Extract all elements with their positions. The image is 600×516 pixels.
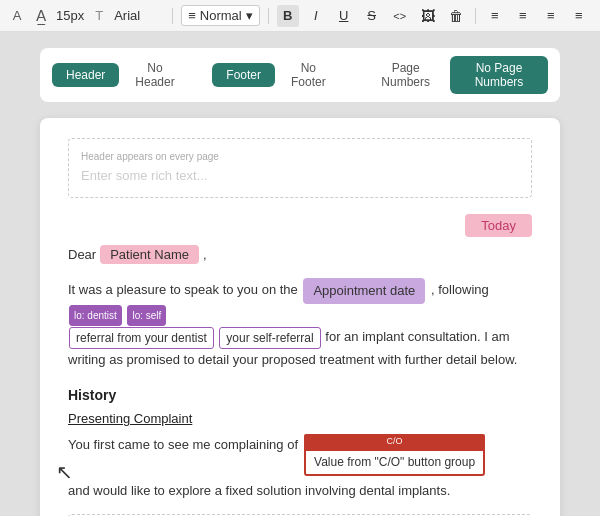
lo-dentist-tag[interactable]: lo: dentist bbox=[69, 305, 122, 326]
co-value-tag[interactable]: Value from "C/O" button group bbox=[304, 449, 485, 475]
italic-button[interactable]: I bbox=[305, 5, 327, 27]
co-tag-container: C/O Value from "C/O" button group bbox=[304, 434, 485, 476]
main-content: Header No Header Footer No Footer Page N… bbox=[0, 32, 600, 516]
appointment-date-tag[interactable]: Appointment date bbox=[303, 278, 425, 304]
page-numbers-tab-group: Page Numbers No Page Numbers bbox=[363, 56, 548, 94]
header-section[interactable]: Header appears on every page Enter some … bbox=[68, 138, 532, 198]
underline-button[interactable]: U bbox=[333, 5, 355, 27]
image-button[interactable]: 🖼 bbox=[417, 5, 439, 27]
font-style-icon[interactable]: A bbox=[8, 7, 26, 25]
align-right-button[interactable]: ≡ bbox=[540, 5, 562, 27]
history-title: History bbox=[68, 387, 532, 403]
header-tab-group: Header No Header bbox=[52, 56, 189, 94]
font-name[interactable]: Arial bbox=[114, 8, 164, 23]
footer-tab[interactable]: Footer bbox=[212, 63, 275, 87]
align-justify-button[interactable]: ≡ bbox=[568, 5, 590, 27]
no-header-tab[interactable]: No Header bbox=[121, 56, 188, 94]
lo-self-tag[interactable]: lo: self bbox=[127, 305, 166, 326]
referral-tag[interactable]: referral from your dentist bbox=[69, 327, 214, 349]
align-center-button[interactable]: ≡ bbox=[512, 5, 534, 27]
document-card: Header appears on every page Enter some … bbox=[40, 118, 560, 516]
style-selector[interactable]: ≡ Normal ▾ bbox=[181, 5, 260, 26]
align-left-button[interactable]: ≡ bbox=[484, 5, 506, 27]
footer-tab-group: Footer No Footer bbox=[212, 56, 339, 94]
font-size[interactable]: 15px bbox=[56, 8, 84, 23]
divider-1 bbox=[172, 8, 173, 24]
style-label: Normal bbox=[200, 8, 242, 23]
history-section: History Presenting Complaint You first c… bbox=[68, 387, 532, 502]
complaint-row: You first came to see me complaining of … bbox=[68, 434, 532, 502]
comma: , bbox=[203, 247, 207, 262]
no-page-numbers-tab[interactable]: No Page Numbers bbox=[450, 56, 548, 94]
toolbar: A A̲ 15px T Arial ≡ Normal ▾ B I U S <> … bbox=[0, 0, 600, 32]
header-placeholder: Enter some rich text... bbox=[81, 168, 519, 183]
delete-button[interactable]: 🗑 bbox=[445, 5, 467, 27]
font-type-icon: T bbox=[90, 7, 108, 25]
body-text-1: It was a pleasure to speak to you on the bbox=[68, 282, 298, 297]
chevron-down-icon: ▾ bbox=[246, 8, 253, 23]
bold-button[interactable]: B bbox=[277, 5, 299, 27]
header-section-label: Header appears on every page bbox=[81, 151, 519, 162]
patient-name-tag[interactable]: Patient Name bbox=[100, 245, 199, 264]
body-text-2: , following bbox=[431, 282, 489, 297]
tab-row: Header No Header Footer No Footer Page N… bbox=[40, 48, 560, 102]
no-footer-tab[interactable]: No Footer bbox=[277, 56, 340, 94]
complaint-text-1: You first came to see me complaining of bbox=[68, 434, 298, 456]
paragraph-icon: ≡ bbox=[188, 8, 196, 23]
strikethrough-button[interactable]: S bbox=[361, 5, 383, 27]
dear-label: Dear bbox=[68, 247, 96, 262]
complaint-text-2: and would like to explore a fixed soluti… bbox=[68, 480, 450, 502]
divider-2 bbox=[268, 8, 269, 24]
today-row: Today bbox=[68, 214, 532, 237]
dear-line: Dear Patient Name , bbox=[68, 245, 532, 264]
code-button[interactable]: <> bbox=[389, 5, 411, 27]
page-numbers-tab[interactable]: Page Numbers bbox=[363, 56, 448, 94]
header-tab[interactable]: Header bbox=[52, 63, 119, 87]
self-referral-tag[interactable]: your self-referral bbox=[219, 327, 320, 349]
co-label: C/O bbox=[304, 434, 485, 449]
body-paragraph: It was a pleasure to speak to you on the… bbox=[68, 278, 532, 371]
font-color-icon[interactable]: A̲ bbox=[32, 7, 50, 25]
divider-3 bbox=[475, 8, 476, 24]
presenting-complaint-title: Presenting Complaint bbox=[68, 411, 532, 426]
today-button[interactable]: Today bbox=[465, 214, 532, 237]
